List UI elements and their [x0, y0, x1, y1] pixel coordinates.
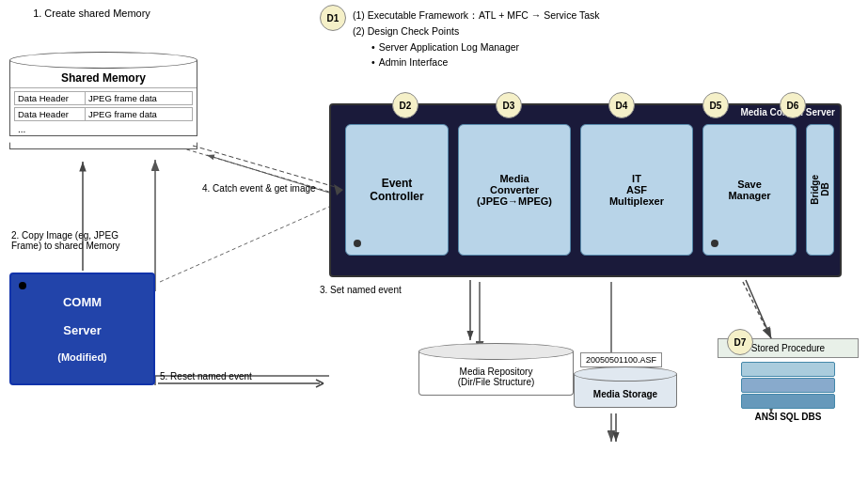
diagram-container: 1. Create shared Memory Shared Memory Da… — [0, 0, 868, 483]
d5-badge: D5 — [702, 92, 729, 118]
step5-label: 5. Reset named event — [160, 371, 252, 382]
step4-label: 4. Catch event & get image — [202, 183, 316, 194]
db-layer-2 — [741, 378, 835, 393]
repo-label: Media Repository(Dir/File Structure) — [419, 363, 573, 391]
db-layer-1 — [741, 362, 835, 377]
d1-circle: D1 — [320, 5, 346, 31]
media-converter: MediaConverter(JPEG→MPEG) — [458, 124, 571, 256]
mem-row1-col2: JPEG frame data — [86, 92, 192, 104]
svg-line-20 — [316, 383, 324, 387]
design-bullet2: Admin Interface — [379, 55, 449, 70]
mem-ellipsis: ... — [10, 123, 197, 135]
it-asf-multiplexer: ITASFMultiplexer — [580, 124, 693, 256]
comm-line3: (Modified) — [57, 351, 107, 363]
comm-server: COMM Server (Modified) — [9, 273, 155, 385]
svg-line-19 — [316, 380, 324, 383]
comm-line1: COMM — [63, 295, 102, 309]
step3-label: 3. Set named event — [320, 285, 402, 295]
d3-badge: D3 — [496, 92, 522, 118]
d7-circle: D7 — [727, 329, 753, 355]
design-bullet1: Server Application Log Manager — [379, 39, 519, 55]
svg-line-14 — [193, 146, 339, 188]
svg-line-9 — [743, 282, 771, 338]
db-layer-3 — [741, 394, 835, 409]
step2-label: 2. Copy Image (eg, JPEG Frame) to shared… — [11, 230, 148, 251]
storage-label: Media Storage — [575, 383, 676, 407]
step1-label: 1. Create shared Memory — [9, 8, 174, 19]
mem-row2-col2: JPEG frame data — [86, 108, 192, 120]
d2-badge: D2 — [392, 92, 418, 118]
asf-file-box: 20050501100.ASF — [580, 352, 662, 367]
svg-line-22 — [746, 280, 771, 338]
d6-badge: D6 — [780, 92, 806, 118]
svg-line-21 — [160, 207, 329, 282]
db-stack — [718, 362, 859, 408]
design-item2: (2) Design Check Points — [353, 23, 635, 39]
media-storage: Media Storage — [574, 366, 677, 408]
comm-dot — [19, 282, 26, 289]
shared-memory-cylinder: Shared Memory Data Header JPEG frame dat… — [9, 52, 197, 149]
design-checkpoints: (1) Executable Framework：ATL + MFC → Ser… — [353, 8, 635, 70]
design-item1: (1) Executable Framework：ATL + MFC → Ser… — [353, 8, 635, 23]
db-label: ANSI SQL DBS — [718, 412, 859, 422]
mem-row2-col1: Data Header — [15, 108, 86, 120]
db-bridge: DBBridge — [806, 124, 834, 256]
save-manager: SaveManager — [702, 124, 797, 256]
d4-badge: D4 — [608, 92, 635, 118]
shared-memory-title: Shared Memory — [61, 71, 146, 85]
media-repository: Media Repository(Dir/File Structure) — [418, 343, 574, 396]
mem-row1-col1: Data Header — [15, 92, 86, 104]
event-controller: EventController — [345, 124, 449, 256]
comm-line2: Server — [63, 323, 101, 337]
media-control-server: Media Control Server D2 EventController … — [329, 103, 842, 277]
